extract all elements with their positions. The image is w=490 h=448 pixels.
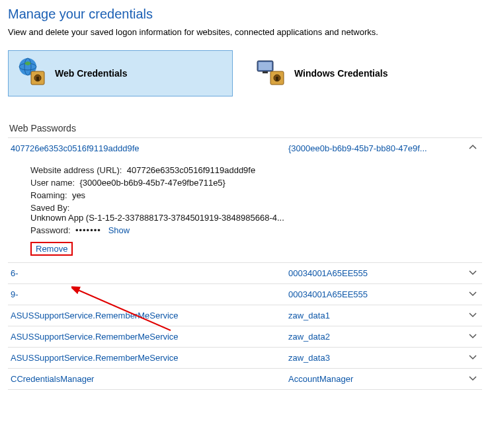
globe-safe-icon	[17, 57, 48, 91]
tab-web-credentials[interactable]: Web Credentials	[8, 50, 233, 96]
chevron-down-icon[interactable]	[466, 353, 479, 363]
credential-row-expanded[interactable]: 407726e6353c0516f9119addd9fe {3000ee0b-b…	[8, 138, 482, 159]
chevron-down-icon[interactable]	[466, 289, 479, 299]
remove-highlight-box: Remove	[30, 242, 73, 256]
credential-row[interactable]: 9- 00034001A65EE555	[8, 284, 482, 305]
credential-list: 407726e6353c0516f9119addd9fe {3000ee0b-b…	[8, 137, 482, 390]
chevron-down-icon[interactable]	[466, 374, 479, 384]
monitor-safe-icon	[256, 57, 288, 91]
page-subtitle: View and delete your saved logon informa…	[8, 27, 482, 37]
credential-user: zaw_data1	[288, 311, 466, 320]
credential-details: Website address (URL): 407726e6353c0516f…	[8, 159, 482, 263]
url-value: 407726e6353c0516f9119addd9fe	[127, 165, 255, 175]
chevron-down-icon[interactable]	[466, 332, 479, 342]
credential-site: 407726e6353c0516f9119addd9fe	[11, 143, 288, 153]
credential-user: 00034001A65EE555	[288, 268, 466, 278]
svg-rect-11	[276, 77, 278, 81]
password-label: Password:	[30, 225, 71, 235]
savedby-label: Saved By:	[30, 203, 69, 213]
section-web-passwords: Web Passwords	[8, 123, 482, 133]
credential-user: zaw_data3	[288, 353, 466, 363]
show-password-link[interactable]: Show	[108, 225, 130, 235]
svg-rect-8	[263, 71, 268, 73]
credential-row[interactable]: ASUSSupportService.RememberMeService zaw…	[8, 348, 482, 369]
chevron-down-icon[interactable]	[466, 268, 479, 278]
roaming-value: yes	[72, 190, 85, 200]
credential-site: 6-	[11, 268, 288, 278]
tab-windows-credentials[interactable]: Windows Credentials	[247, 50, 472, 96]
credential-user: AccountManager	[288, 374, 466, 384]
page-title: Manage your credentials	[8, 7, 482, 22]
credential-site: ASUSSupportService.RememberMeService	[11, 332, 288, 342]
chevron-down-icon[interactable]	[466, 311, 479, 320]
credential-row[interactable]: 6- 00034001A65EE555	[8, 263, 482, 284]
credential-row[interactable]: CCredentialsManager AccountManager	[8, 369, 482, 390]
svg-rect-7	[259, 62, 272, 70]
chevron-up-icon[interactable]	[466, 143, 479, 153]
credential-row[interactable]: ASUSSupportService.RememberMeService zaw…	[8, 305, 482, 326]
credential-row[interactable]: ASUSSupportService.RememberMeService zaw…	[8, 326, 482, 348]
credential-site: CCredentialsManager	[11, 374, 288, 384]
credential-user: zaw_data2	[288, 332, 466, 342]
username-value: {3000ee0b-b6b9-45b7-47e9fbe711e5}	[79, 178, 225, 188]
tab-web-label: Web Credentials	[55, 68, 127, 79]
roaming-label: Roaming:	[30, 190, 67, 200]
url-label: Website address (URL):	[30, 165, 122, 175]
svg-rect-5	[36, 77, 39, 81]
credential-type-tabs: Web Credentials Windows Credentials	[8, 50, 482, 96]
credential-site: ASUSSupportService.RememberMeService	[11, 311, 288, 320]
credential-site: 9-	[11, 289, 288, 299]
credential-user: {3000ee0b-b6b9-45b7-bb80-47e9f...	[288, 143, 466, 153]
tab-windows-label: Windows Credentials	[294, 68, 388, 79]
password-masked: •••••••	[75, 225, 101, 235]
credential-site: ASUSSupportService.RememberMeService	[11, 353, 288, 363]
username-label: User name:	[30, 178, 75, 188]
savedby-value: Unknown App (S-1-15-2-337888173-37845019…	[30, 213, 284, 223]
credential-user: 00034001A65EE555	[288, 289, 466, 299]
remove-link[interactable]: Remove	[36, 244, 67, 254]
